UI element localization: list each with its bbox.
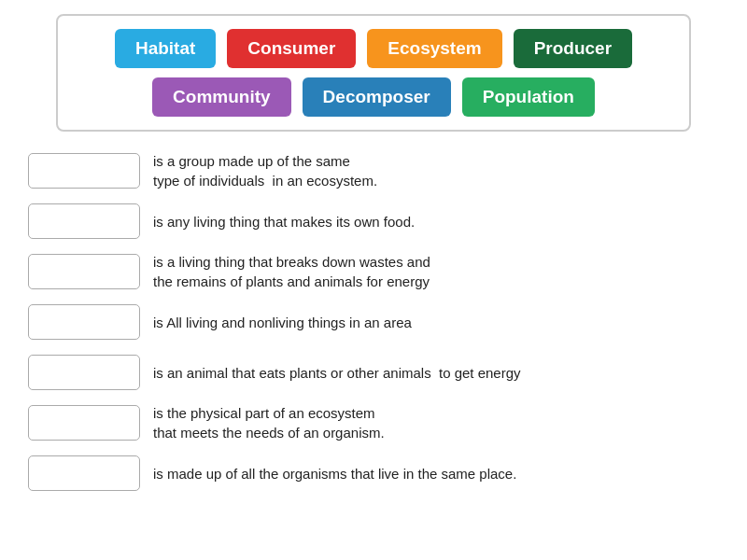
- def-text-6: is the physical part of an ecosystemthat…: [153, 403, 385, 442]
- chip-producer[interactable]: Producer: [514, 29, 632, 68]
- answer-box-1[interactable]: [28, 153, 140, 189]
- chip-community[interactable]: Community: [152, 77, 291, 117]
- def-text-4: is All living and nonliving things in an…: [153, 313, 412, 332]
- chip-habitat[interactable]: Habitat: [115, 29, 216, 68]
- chip-decomposer[interactable]: Decomposer: [303, 77, 451, 117]
- def-text-1: is a group made up of the same type of i…: [153, 151, 377, 190]
- answer-box-6[interactable]: [28, 405, 140, 441]
- chip-consumer[interactable]: Consumer: [227, 29, 356, 68]
- word-bank-row-2: Community Decomposer Population: [152, 77, 595, 117]
- answer-box-4[interactable]: [28, 304, 140, 340]
- def-row-6: is the physical part of an ecosystemthat…: [28, 400, 728, 445]
- answer-box-7[interactable]: [28, 455, 140, 491]
- answer-box-3[interactable]: [28, 254, 140, 289]
- def-text-3: is a living thing that breaks down waste…: [153, 252, 430, 291]
- def-row-5: is an animal that eats plants or other a…: [28, 350, 728, 395]
- word-bank-row-1: Habitat Consumer Ecosystem Producer: [115, 29, 632, 68]
- chip-population[interactable]: Population: [462, 77, 595, 117]
- def-row-1: is a group made up of the same type of i…: [28, 148, 728, 193]
- def-row-7: is made up of all the organisms that liv…: [28, 451, 728, 496]
- chip-ecosystem[interactable]: Ecosystem: [367, 29, 501, 68]
- def-row-2: is any living thing that makes its own f…: [28, 199, 728, 244]
- def-text-2: is any living thing that makes its own f…: [153, 212, 415, 231]
- definitions-list: is a group made up of the same type of i…: [28, 148, 728, 496]
- def-text-7: is made up of all the organisms that liv…: [153, 464, 516, 483]
- def-row-3: is a living thing that breaks down waste…: [28, 249, 728, 294]
- def-text-5: is an animal that eats plants or other a…: [153, 363, 521, 383]
- word-bank: Habitat Consumer Ecosystem Producer Comm…: [56, 14, 691, 132]
- def-row-4: is All living and nonliving things in an…: [28, 300, 728, 344]
- answer-box-2[interactable]: [28, 203, 140, 239]
- answer-box-5[interactable]: [28, 355, 140, 390]
